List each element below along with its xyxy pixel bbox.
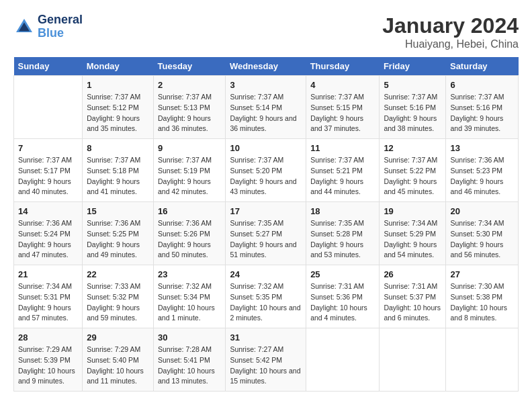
day-info: Sunrise: 7:36 AMSunset: 5:23 PMDaylight:… xyxy=(450,155,514,197)
day-info: Sunrise: 7:29 AMSunset: 5:39 PMDaylight:… xyxy=(18,345,78,387)
calendar-week-row: 1 Sunrise: 7:37 AMSunset: 5:12 PMDayligh… xyxy=(14,76,519,139)
day-number: 20 xyxy=(450,206,514,216)
calendar-cell xyxy=(14,76,83,139)
day-info: Sunrise: 7:35 AMSunset: 5:27 PMDaylight:… xyxy=(230,218,302,261)
header-wednesday: Wednesday xyxy=(226,57,306,76)
day-number: 18 xyxy=(310,206,375,216)
logo-icon xyxy=(13,16,35,38)
calendar-cell: 22 Sunrise: 7:33 AMSunset: 5:32 PMDaylig… xyxy=(83,265,154,328)
calendar-cell: 8 Sunrise: 7:37 AMSunset: 5:18 PMDayligh… xyxy=(83,139,154,202)
day-info: Sunrise: 7:37 AMSunset: 5:19 PMDaylight:… xyxy=(158,155,221,197)
calendar-cell xyxy=(380,328,446,392)
day-info: Sunrise: 7:37 AMSunset: 5:15 PMDaylight:… xyxy=(310,92,375,134)
calendar-cell: 2 Sunrise: 7:37 AMSunset: 5:13 PMDayligh… xyxy=(154,76,226,139)
day-number: 1 xyxy=(87,80,149,90)
day-number: 28 xyxy=(18,332,78,342)
day-number: 21 xyxy=(18,269,78,279)
calendar-cell: 11 Sunrise: 7:37 AMSunset: 5:21 PMDaylig… xyxy=(306,139,380,202)
day-info: Sunrise: 7:29 AMSunset: 5:40 PMDaylight:… xyxy=(87,345,149,387)
calendar-cell: 26 Sunrise: 7:31 AMSunset: 5:37 PMDaylig… xyxy=(380,265,446,328)
day-number: 12 xyxy=(384,143,441,153)
calendar-cell: 19 Sunrise: 7:34 AMSunset: 5:29 PMDaylig… xyxy=(380,202,446,265)
calendar-week-row: 28 Sunrise: 7:29 AMSunset: 5:39 PMDaylig… xyxy=(14,328,519,392)
day-info: Sunrise: 7:31 AMSunset: 5:36 PMDaylight:… xyxy=(310,281,375,324)
day-number: 24 xyxy=(230,269,302,279)
calendar-cell xyxy=(306,328,380,392)
day-number: 19 xyxy=(384,206,441,216)
subtitle: Huaiyang, Hebei, China xyxy=(382,38,519,50)
day-info: Sunrise: 7:30 AMSunset: 5:38 PMDaylight:… xyxy=(450,281,514,324)
calendar-cell: 27 Sunrise: 7:30 AMSunset: 5:38 PMDaylig… xyxy=(446,265,519,328)
day-info: Sunrise: 7:37 AMSunset: 5:22 PMDaylight:… xyxy=(384,155,441,197)
day-number: 8 xyxy=(87,143,149,153)
day-info: Sunrise: 7:31 AMSunset: 5:37 PMDaylight:… xyxy=(384,281,441,324)
header-friday: Friday xyxy=(380,57,446,76)
calendar-cell: 31 Sunrise: 7:27 AMSunset: 5:42 PMDaylig… xyxy=(226,328,306,392)
title-block: January 2024 Huaiyang, Hebei, China xyxy=(382,13,519,50)
calendar-header-row: Sunday Monday Tuesday Wednesday Thursday… xyxy=(14,57,519,76)
calendar-cell: 16 Sunrise: 7:36 AMSunset: 5:26 PMDaylig… xyxy=(154,202,226,265)
calendar-cell: 21 Sunrise: 7:34 AMSunset: 5:31 PMDaylig… xyxy=(14,265,83,328)
page-header: General Blue January 2024 Huaiyang, Hebe… xyxy=(13,13,519,50)
day-info: Sunrise: 7:37 AMSunset: 5:13 PMDaylight:… xyxy=(158,92,221,134)
calendar-cell: 24 Sunrise: 7:32 AMSunset: 5:35 PMDaylig… xyxy=(226,265,306,328)
day-info: Sunrise: 7:37 AMSunset: 5:21 PMDaylight:… xyxy=(310,155,375,197)
calendar-cell: 13 Sunrise: 7:36 AMSunset: 5:23 PMDaylig… xyxy=(446,139,519,202)
day-number: 9 xyxy=(158,143,221,153)
calendar-cell: 5 Sunrise: 7:37 AMSunset: 5:16 PMDayligh… xyxy=(380,76,446,139)
calendar-cell: 1 Sunrise: 7:37 AMSunset: 5:12 PMDayligh… xyxy=(83,76,154,139)
day-number: 11 xyxy=(310,143,375,153)
calendar-cell: 12 Sunrise: 7:37 AMSunset: 5:22 PMDaylig… xyxy=(380,139,446,202)
day-info: Sunrise: 7:37 AMSunset: 5:20 PMDaylight:… xyxy=(230,155,302,197)
main-title: January 2024 xyxy=(382,13,519,38)
calendar-week-row: 14 Sunrise: 7:36 AMSunset: 5:24 PMDaylig… xyxy=(14,202,519,265)
calendar-cell xyxy=(446,328,519,392)
day-number: 27 xyxy=(450,269,514,279)
header-saturday: Saturday xyxy=(446,57,519,76)
day-info: Sunrise: 7:37 AMSunset: 5:12 PMDaylight:… xyxy=(87,92,149,134)
day-info: Sunrise: 7:37 AMSunset: 5:16 PMDaylight:… xyxy=(384,92,441,134)
day-number: 29 xyxy=(87,332,149,342)
day-info: Sunrise: 7:37 AMSunset: 5:18 PMDaylight:… xyxy=(87,155,149,197)
day-number: 2 xyxy=(158,80,221,90)
calendar-week-row: 7 Sunrise: 7:37 AMSunset: 5:17 PMDayligh… xyxy=(14,139,519,202)
calendar-cell: 3 Sunrise: 7:37 AMSunset: 5:14 PMDayligh… xyxy=(226,76,306,139)
day-number: 10 xyxy=(230,143,302,153)
day-info: Sunrise: 7:35 AMSunset: 5:28 PMDaylight:… xyxy=(310,218,375,261)
day-number: 4 xyxy=(310,80,375,90)
day-number: 31 xyxy=(230,332,302,342)
day-info: Sunrise: 7:37 AMSunset: 5:14 PMDaylight:… xyxy=(230,92,302,134)
day-info: Sunrise: 7:36 AMSunset: 5:26 PMDaylight:… xyxy=(158,218,221,261)
calendar-cell: 29 Sunrise: 7:29 AMSunset: 5:40 PMDaylig… xyxy=(83,328,154,392)
calendar-cell: 14 Sunrise: 7:36 AMSunset: 5:24 PMDaylig… xyxy=(14,202,83,265)
day-number: 22 xyxy=(87,269,149,279)
calendar-cell: 20 Sunrise: 7:34 AMSunset: 5:30 PMDaylig… xyxy=(446,202,519,265)
header-sunday: Sunday xyxy=(14,57,83,76)
day-info: Sunrise: 7:32 AMSunset: 5:35 PMDaylight:… xyxy=(230,281,302,324)
calendar-cell: 18 Sunrise: 7:35 AMSunset: 5:28 PMDaylig… xyxy=(306,202,380,265)
day-info: Sunrise: 7:28 AMSunset: 5:41 PMDaylight:… xyxy=(158,345,221,387)
calendar-cell: 10 Sunrise: 7:37 AMSunset: 5:20 PMDaylig… xyxy=(226,139,306,202)
calendar-cell: 23 Sunrise: 7:32 AMSunset: 5:34 PMDaylig… xyxy=(154,265,226,328)
day-number: 7 xyxy=(18,143,78,153)
calendar-week-row: 21 Sunrise: 7:34 AMSunset: 5:31 PMDaylig… xyxy=(14,265,519,328)
calendar-cell: 6 Sunrise: 7:37 AMSunset: 5:16 PMDayligh… xyxy=(446,76,519,139)
day-info: Sunrise: 7:33 AMSunset: 5:32 PMDaylight:… xyxy=(87,281,149,324)
calendar-cell: 28 Sunrise: 7:29 AMSunset: 5:39 PMDaylig… xyxy=(14,328,83,392)
calendar-cell: 25 Sunrise: 7:31 AMSunset: 5:36 PMDaylig… xyxy=(306,265,380,328)
calendar-cell: 17 Sunrise: 7:35 AMSunset: 5:27 PMDaylig… xyxy=(226,202,306,265)
header-monday: Monday xyxy=(83,57,154,76)
day-number: 5 xyxy=(384,80,441,90)
day-info: Sunrise: 7:32 AMSunset: 5:34 PMDaylight:… xyxy=(158,281,221,324)
day-number: 30 xyxy=(158,332,221,342)
day-number: 16 xyxy=(158,206,221,216)
calendar-cell: 4 Sunrise: 7:37 AMSunset: 5:15 PMDayligh… xyxy=(306,76,380,139)
day-number: 26 xyxy=(384,269,441,279)
day-number: 17 xyxy=(230,206,302,216)
day-number: 14 xyxy=(18,206,78,216)
day-info: Sunrise: 7:34 AMSunset: 5:31 PMDaylight:… xyxy=(18,281,78,324)
day-number: 3 xyxy=(230,80,302,90)
calendar-cell: 15 Sunrise: 7:36 AMSunset: 5:25 PMDaylig… xyxy=(83,202,154,265)
day-number: 13 xyxy=(450,143,514,153)
calendar-cell: 30 Sunrise: 7:28 AMSunset: 5:41 PMDaylig… xyxy=(154,328,226,392)
